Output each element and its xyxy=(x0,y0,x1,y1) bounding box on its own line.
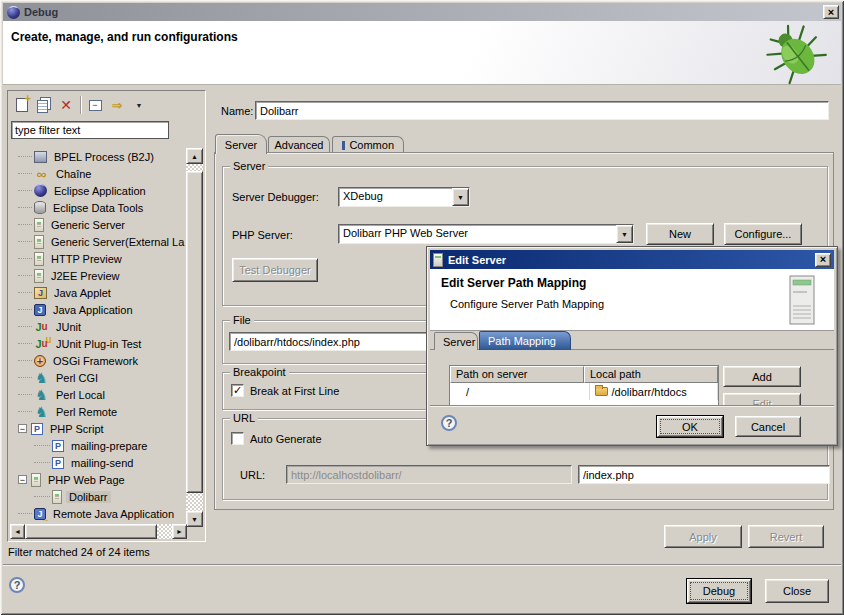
tree-item-label: BPEL Process (B2J) xyxy=(51,151,157,163)
tree-item-label: PHP Script xyxy=(47,423,107,435)
button-label: Add xyxy=(752,371,772,383)
chevron-down-icon: ▼ xyxy=(136,102,143,109)
tree-item-osgi-framework[interactable]: OSGi Framework xyxy=(10,352,187,369)
new-configuration-button[interactable] xyxy=(11,94,33,116)
server-icon xyxy=(34,235,44,249)
tree-item-http-preview[interactable]: HTTP Preview xyxy=(10,250,187,267)
edit-server-dialog: Edit Server × Edit Server Path Mapping C… xyxy=(426,246,838,446)
column-local-path[interactable]: Local path xyxy=(584,366,718,383)
tree-item-generic-server-external-la[interactable]: Generic Server(External La xyxy=(10,233,187,250)
tree-item-java-application[interactable]: Java Application xyxy=(10,301,187,318)
tree-guide-line xyxy=(18,241,32,242)
tree-item-php-script[interactable]: −PHP Script xyxy=(10,420,187,437)
tree-item-cha-ne[interactable]: Chaîne xyxy=(10,165,187,182)
help-icon[interactable]: ? xyxy=(9,577,25,593)
debug-button[interactable]: Debug xyxy=(687,579,751,603)
cancel-button[interactable]: Cancel xyxy=(735,416,801,437)
tree-item-label: mailing-send xyxy=(68,457,136,469)
tree-horizontal-scrollbar[interactable]: ◄ ► xyxy=(10,524,187,539)
scroll-left-icon[interactable]: ◄ xyxy=(10,524,25,539)
path-mapping-rows: //dolibarr/htdocs xyxy=(450,383,718,400)
tree-item-label: Dolibarr xyxy=(66,491,111,503)
tree-item-label: OSGi Framework xyxy=(50,355,141,367)
window-close-button[interactable]: × xyxy=(823,5,839,19)
tree-item-remote-java-application[interactable]: Remote Java Application xyxy=(10,505,187,522)
scroll-right-icon[interactable]: ► xyxy=(172,524,187,539)
tree-item-mailing-prepare[interactable]: mailing-prepare xyxy=(10,437,187,454)
perl-icon xyxy=(34,404,49,419)
delete-configuration-button[interactable]: ✕ xyxy=(55,94,77,116)
tab-server[interactable]: Server xyxy=(215,134,267,154)
column-path-on-server[interactable]: Path on server xyxy=(450,366,584,383)
tree-vertical-scrollbar[interactable]: ▲ ▼ xyxy=(186,148,203,527)
tab-common[interactable]: Common xyxy=(332,136,404,153)
footer-separator xyxy=(3,564,841,565)
add-mapping-button[interactable]: Add xyxy=(723,366,801,387)
tree-item-label: mailing-prepare xyxy=(68,440,150,452)
scroll-down-icon[interactable]: ▼ xyxy=(186,511,203,527)
edit-server-close-button[interactable]: × xyxy=(815,253,831,267)
ok-button[interactable]: OK xyxy=(657,416,723,437)
edit-server-titlebar[interactable]: Edit Server × xyxy=(430,250,834,269)
tree-guide-line xyxy=(18,292,32,293)
button-label: Debug xyxy=(703,585,735,597)
close-button[interactable]: Close xyxy=(765,579,829,603)
server-icon xyxy=(34,218,44,232)
tree-item-eclipse-data-tools[interactable]: Eclipse Data Tools xyxy=(10,199,187,216)
filter-input[interactable] xyxy=(11,121,169,139)
chain-icon xyxy=(34,166,49,181)
junit-plugin-icon xyxy=(34,336,49,351)
tree-item-label: J2EE Preview xyxy=(48,270,122,282)
collapse-all-button[interactable]: − xyxy=(84,94,106,116)
path-mapping-row[interactable]: //dolibarr/htdocs xyxy=(450,383,718,400)
tree-guide-line xyxy=(18,258,32,259)
window-titlebar[interactable]: Debug × xyxy=(3,3,841,21)
button-label: Revert xyxy=(770,531,802,543)
collapse-expander-icon[interactable]: − xyxy=(18,475,27,484)
tree-item-php-web-page[interactable]: −PHP Web Page xyxy=(10,471,187,488)
tree-item-generic-server[interactable]: Generic Server xyxy=(10,216,187,233)
tree-item-java-applet[interactable]: Java Applet xyxy=(10,284,187,301)
tree-item-perl-local[interactable]: Perl Local xyxy=(10,386,187,403)
scrollbar-thumb[interactable] xyxy=(25,524,157,539)
edit-server-title: Edit Server xyxy=(448,254,506,266)
perl-icon xyxy=(34,370,49,385)
apply-button[interactable]: Apply xyxy=(664,525,742,548)
tree-item-dolibarr[interactable]: Dolibarr xyxy=(10,488,187,505)
tree-item-junit-plug-in-test[interactable]: JUnit Plug-in Test xyxy=(10,335,187,352)
tree-item-eclipse-application[interactable]: Eclipse Application xyxy=(10,182,187,199)
path-mapping-header: Path on server Local path xyxy=(450,366,718,383)
tree-item-j2ee-preview[interactable]: J2EE Preview xyxy=(10,267,187,284)
dialog-banner: Create, manage, and run configurations xyxy=(3,21,841,85)
eclipse-icon xyxy=(34,184,47,197)
tree-item-perl-remote[interactable]: Perl Remote xyxy=(10,403,187,420)
name-label: Name: xyxy=(221,105,253,117)
tree-item-label: Perl CGI xyxy=(53,372,101,384)
duplicate-configuration-button[interactable] xyxy=(33,94,55,116)
tree-item-junit[interactable]: JUnit xyxy=(10,318,187,335)
tree-item-label: Eclipse Application xyxy=(51,185,149,197)
filter-button[interactable]: ⇒ xyxy=(106,94,128,116)
collapse-expander-icon[interactable]: − xyxy=(18,424,27,433)
new-config-icon xyxy=(16,98,28,112)
tree-item-bpel-process-b2j[interactable]: BPEL Process (B2J) xyxy=(10,148,187,165)
toolbar-menu-button[interactable]: ▼ xyxy=(128,94,150,116)
tree-item-mailing-send[interactable]: mailing-send xyxy=(10,454,187,471)
remote-java-icon xyxy=(34,508,46,520)
collapse-all-icon: − xyxy=(89,100,102,111)
filter-icon: ⇒ xyxy=(112,98,123,113)
tree-guide-line xyxy=(18,275,32,276)
tab-advanced[interactable]: Advanced xyxy=(268,136,330,153)
tab-label: Server xyxy=(443,336,475,348)
revert-button[interactable]: Revert xyxy=(748,525,824,548)
scrollbar-thumb[interactable] xyxy=(186,171,203,493)
help-icon[interactable]: ? xyxy=(441,415,457,431)
name-input[interactable] xyxy=(255,101,829,120)
tree-item-perl-cgi[interactable]: Perl CGI xyxy=(10,369,187,386)
scroll-up-icon[interactable]: ▲ xyxy=(186,148,203,164)
tree-item-label: Eclipse Data Tools xyxy=(50,202,146,214)
php-icon xyxy=(31,423,43,435)
dialog-tab-server[interactable]: Server xyxy=(434,332,478,350)
dialog-tab-path-mapping[interactable]: Path Mapping xyxy=(479,331,571,350)
edit-server-header: Edit Server Path Mapping Configure Serve… xyxy=(430,269,834,331)
